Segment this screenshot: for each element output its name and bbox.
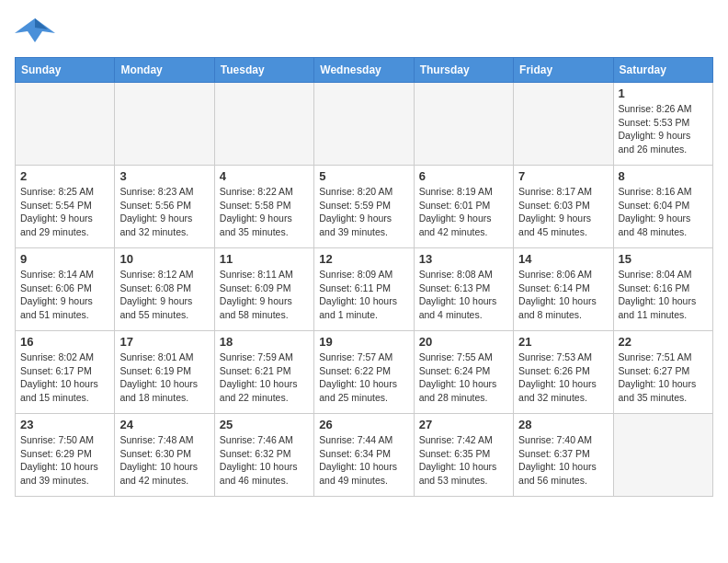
day-info: Sunrise: 8:16 AM Sunset: 6:04 PM Dayligh…	[619, 185, 708, 239]
calendar-cell: 24Sunrise: 7:48 AM Sunset: 6:30 PM Dayli…	[115, 414, 214, 497]
day-number: 22	[619, 335, 708, 349]
calendar-cell: 21Sunrise: 7:53 AM Sunset: 6:26 PM Dayli…	[514, 331, 613, 414]
calendar-cell: 26Sunrise: 7:44 AM Sunset: 6:34 PM Dayli…	[314, 414, 414, 497]
day-info: Sunrise: 8:19 AM Sunset: 6:01 PM Dayligh…	[419, 185, 508, 239]
day-info: Sunrise: 8:23 AM Sunset: 5:56 PM Dayligh…	[119, 185, 209, 239]
calendar-cell: 9Sunrise: 8:14 AM Sunset: 6:06 PM Daylig…	[16, 248, 115, 331]
calendar-cell	[115, 83, 214, 166]
calendar-cell: 20Sunrise: 7:55 AM Sunset: 6:24 PM Dayli…	[414, 331, 513, 414]
col-header-saturday: Saturday	[613, 58, 712, 83]
day-info: Sunrise: 8:26 AM Sunset: 5:53 PM Dayligh…	[619, 102, 708, 156]
day-info: Sunrise: 8:08 AM Sunset: 6:13 PM Dayligh…	[419, 268, 508, 322]
day-number: 16	[20, 335, 109, 349]
calendar-cell: 17Sunrise: 8:01 AM Sunset: 6:19 PM Dayli…	[115, 331, 214, 414]
calendar-cell: 15Sunrise: 8:04 AM Sunset: 6:16 PM Dayli…	[613, 248, 712, 331]
day-info: Sunrise: 8:20 AM Sunset: 5:59 PM Dayligh…	[319, 185, 408, 239]
day-number: 14	[518, 252, 608, 266]
calendar-cell: 27Sunrise: 7:42 AM Sunset: 6:35 PM Dayli…	[414, 414, 513, 497]
svg-marker-1	[35, 18, 48, 29]
calendar-cell: 23Sunrise: 7:50 AM Sunset: 6:29 PM Dayli…	[16, 414, 115, 497]
col-header-tuesday: Tuesday	[214, 58, 313, 83]
calendar-cell	[16, 83, 115, 166]
calendar-cell: 19Sunrise: 7:57 AM Sunset: 6:22 PM Dayli…	[314, 331, 414, 414]
calendar-cell: 2Sunrise: 8:25 AM Sunset: 5:54 PM Daylig…	[16, 166, 115, 248]
calendar-cell: 16Sunrise: 8:02 AM Sunset: 6:17 PM Dayli…	[16, 331, 115, 414]
day-info: Sunrise: 7:50 AM Sunset: 6:29 PM Dayligh…	[20, 433, 109, 488]
calendar-cell: 14Sunrise: 8:06 AM Sunset: 6:14 PM Dayli…	[514, 248, 613, 331]
page-header	[15, 15, 713, 48]
col-header-thursday: Thursday	[414, 58, 513, 83]
calendar-cell	[613, 414, 712, 497]
day-number: 12	[319, 252, 408, 266]
day-number: 13	[419, 252, 508, 266]
calendar-cell: 5Sunrise: 8:20 AM Sunset: 5:59 PM Daylig…	[314, 166, 414, 248]
day-number: 9	[20, 252, 109, 266]
day-number: 11	[220, 252, 309, 266]
calendar-cell: 7Sunrise: 8:17 AM Sunset: 6:03 PM Daylig…	[514, 166, 613, 248]
day-number: 10	[119, 252, 209, 266]
day-number: 2	[20, 169, 109, 183]
day-info: Sunrise: 7:48 AM Sunset: 6:30 PM Dayligh…	[119, 433, 209, 488]
calendar-cell: 1Sunrise: 8:26 AM Sunset: 5:53 PM Daylig…	[613, 83, 712, 166]
calendar-week-0: 1Sunrise: 8:26 AM Sunset: 5:53 PM Daylig…	[16, 83, 713, 166]
col-header-wednesday: Wednesday	[314, 58, 414, 83]
day-info: Sunrise: 7:59 AM Sunset: 6:21 PM Dayligh…	[220, 350, 309, 405]
calendar-week-4: 23Sunrise: 7:50 AM Sunset: 6:29 PM Dayli…	[16, 414, 713, 497]
calendar-cell: 22Sunrise: 7:51 AM Sunset: 6:27 PM Dayli…	[613, 331, 712, 414]
day-number: 28	[518, 418, 608, 431]
calendar-cell: 11Sunrise: 8:11 AM Sunset: 6:09 PM Dayli…	[214, 248, 313, 331]
calendar-week-1: 2Sunrise: 8:25 AM Sunset: 5:54 PM Daylig…	[16, 166, 713, 248]
day-info: Sunrise: 8:11 AM Sunset: 6:09 PM Dayligh…	[220, 268, 309, 322]
calendar-week-2: 9Sunrise: 8:14 AM Sunset: 6:06 PM Daylig…	[16, 248, 713, 331]
day-info: Sunrise: 8:01 AM Sunset: 6:19 PM Dayligh…	[119, 350, 209, 405]
logo-icon	[15, 15, 55, 48]
day-info: Sunrise: 7:44 AM Sunset: 6:34 PM Dayligh…	[319, 433, 408, 488]
day-info: Sunrise: 7:55 AM Sunset: 6:24 PM Dayligh…	[419, 350, 508, 405]
day-number: 7	[518, 169, 608, 183]
day-number: 8	[619, 169, 708, 183]
day-info: Sunrise: 8:06 AM Sunset: 6:14 PM Dayligh…	[518, 268, 608, 322]
day-info: Sunrise: 7:53 AM Sunset: 6:26 PM Dayligh…	[518, 350, 608, 405]
day-number: 18	[220, 335, 309, 349]
day-number: 1	[619, 86, 708, 100]
day-number: 3	[119, 169, 209, 183]
col-header-sunday: Sunday	[16, 58, 115, 83]
day-number: 4	[220, 169, 309, 183]
calendar-cell	[314, 83, 414, 166]
calendar-table: SundayMondayTuesdayWednesdayThursdayFrid…	[15, 57, 713, 497]
calendar-week-3: 16Sunrise: 8:02 AM Sunset: 6:17 PM Dayli…	[16, 331, 713, 414]
day-number: 24	[119, 418, 209, 431]
day-number: 6	[419, 169, 508, 183]
day-info: Sunrise: 8:09 AM Sunset: 6:11 PM Dayligh…	[319, 268, 408, 322]
day-info: Sunrise: 8:14 AM Sunset: 6:06 PM Dayligh…	[20, 268, 109, 322]
calendar-cell: 4Sunrise: 8:22 AM Sunset: 5:58 PM Daylig…	[214, 166, 313, 248]
calendar-cell	[414, 83, 513, 166]
day-info: Sunrise: 8:12 AM Sunset: 6:08 PM Dayligh…	[119, 268, 209, 322]
day-info: Sunrise: 8:25 AM Sunset: 5:54 PM Dayligh…	[20, 185, 109, 239]
calendar-cell	[514, 83, 613, 166]
logo	[15, 15, 59, 48]
calendar-cell: 13Sunrise: 8:08 AM Sunset: 6:13 PM Dayli…	[414, 248, 513, 331]
day-info: Sunrise: 8:22 AM Sunset: 5:58 PM Dayligh…	[220, 185, 309, 239]
calendar-cell: 10Sunrise: 8:12 AM Sunset: 6:08 PM Dayli…	[115, 248, 214, 331]
day-info: Sunrise: 8:17 AM Sunset: 6:03 PM Dayligh…	[518, 185, 608, 239]
calendar-cell: 25Sunrise: 7:46 AM Sunset: 6:32 PM Dayli…	[214, 414, 313, 497]
calendar-cell: 3Sunrise: 8:23 AM Sunset: 5:56 PM Daylig…	[115, 166, 214, 248]
calendar-cell	[214, 83, 313, 166]
col-header-monday: Monday	[115, 58, 214, 83]
day-number: 25	[220, 418, 309, 431]
calendar-cell: 12Sunrise: 8:09 AM Sunset: 6:11 PM Dayli…	[314, 248, 414, 331]
calendar-header-row: SundayMondayTuesdayWednesdayThursdayFrid…	[16, 58, 713, 83]
day-info: Sunrise: 7:40 AM Sunset: 6:37 PM Dayligh…	[518, 433, 608, 488]
calendar-cell: 8Sunrise: 8:16 AM Sunset: 6:04 PM Daylig…	[613, 166, 712, 248]
day-info: Sunrise: 7:51 AM Sunset: 6:27 PM Dayligh…	[619, 350, 708, 405]
calendar-cell: 18Sunrise: 7:59 AM Sunset: 6:21 PM Dayli…	[214, 331, 313, 414]
day-number: 27	[419, 418, 508, 431]
day-number: 19	[319, 335, 408, 349]
day-number: 21	[518, 335, 608, 349]
day-number: 20	[419, 335, 508, 349]
day-number: 26	[319, 418, 408, 431]
day-number: 23	[20, 418, 109, 431]
day-number: 17	[119, 335, 209, 349]
day-info: Sunrise: 7:57 AM Sunset: 6:22 PM Dayligh…	[319, 350, 408, 405]
